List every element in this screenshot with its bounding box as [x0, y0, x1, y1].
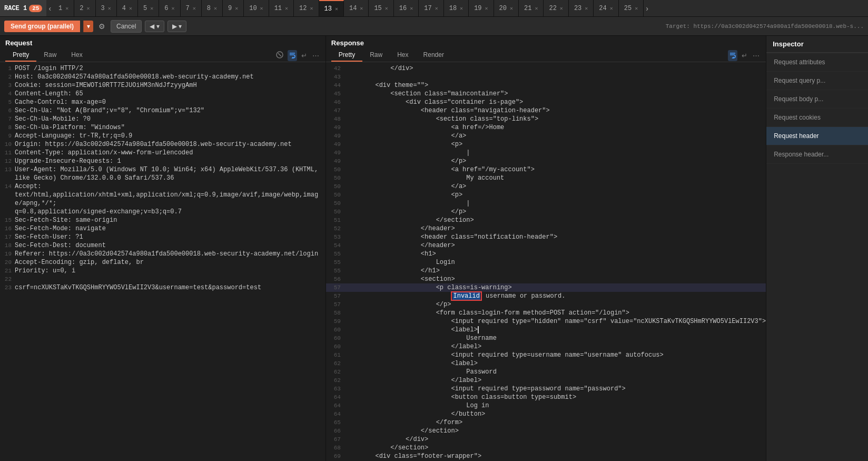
request-wrap-icon[interactable] — [288, 50, 297, 61]
inspector-request-body[interactable]: Request body p... — [766, 90, 868, 109]
response-tab-hex[interactable]: Hex — [390, 49, 416, 62]
tab-17[interactable]: 17✕ — [419, 0, 443, 16]
tab-5-close[interactable]: ✕ — [150, 5, 153, 12]
tab-13-close[interactable]: ✕ — [335, 6, 338, 12]
nav-prev-button[interactable]: ◀ ▾ — [145, 21, 164, 32]
tab-3[interactable]: 3✕ — [96, 0, 117, 16]
request-line: 4Content-Length: 65 — [0, 90, 326, 98]
response-line: 50 | — [326, 199, 766, 208]
request-tab-raw[interactable]: Raw — [36, 49, 64, 62]
tab-2-close[interactable]: ✕ — [87, 5, 90, 12]
tab-4-close[interactable]: ✕ — [129, 5, 132, 12]
tab-11[interactable]: 11✕ — [269, 0, 294, 16]
response-line: 59 <input required type="hidden" name="c… — [326, 317, 766, 326]
response-code-area[interactable]: 42 </div>4344 <div theme="">45 <section … — [326, 62, 766, 461]
settings-button[interactable]: ⚙ — [96, 20, 107, 33]
tab-24-close[interactable]: ✕ — [610, 5, 613, 12]
tab-6[interactable]: 6✕ — [159, 0, 180, 16]
tab-14[interactable]: 14✕ — [344, 0, 369, 16]
tab-22[interactable]: 22✕ — [544, 0, 568, 16]
tab-18-close[interactable]: ✕ — [460, 5, 463, 12]
main-layout: Request Pretty Raw Hex ↵ ⋯ 1POST /login … — [0, 36, 868, 461]
cancel-button[interactable]: Cancel — [111, 20, 142, 33]
request-line: 6Sec-Ch-Ua: "Not A(Brand";v="8", "Chromi… — [0, 106, 326, 115]
race-tab[interactable]: RACE 1 25 — [0, 0, 46, 16]
response-line: 44 <div theme=""> — [326, 81, 766, 90]
response-panel: Response Pretty Raw Hex Render ↵ ⋯ 42 </… — [326, 36, 766, 461]
request-line: 21Priority: u=0, i — [0, 267, 326, 275]
tab-8[interactable]: 8✕ — [202, 0, 223, 16]
response-line: 58 <form class=login-form method=POST ac… — [326, 309, 766, 317]
tab-7-close[interactable]: ✕ — [193, 5, 196, 12]
tab-2[interactable]: 2✕ — [74, 0, 95, 16]
tab-5[interactable]: 5✕ — [138, 0, 159, 16]
request-panel-header: Request — [0, 36, 326, 47]
request-tab-hex[interactable]: Hex — [64, 49, 90, 62]
response-more-icon[interactable]: ⋯ — [752, 51, 761, 61]
request-tab-pretty[interactable]: Pretty — [5, 49, 36, 62]
tab-24[interactable]: 24✕ — [594, 0, 618, 16]
tab-21[interactable]: 21✕ — [519, 0, 544, 16]
tab-10-close[interactable]: ✕ — [260, 5, 263, 12]
tab-16[interactable]: 16✕ — [394, 0, 419, 16]
inspector-request-header[interactable]: Request header — [766, 127, 868, 145]
tab-25-close[interactable]: ✕ — [635, 5, 638, 12]
response-newline-icon[interactable]: ↵ — [741, 51, 748, 61]
tab-17-close[interactable]: ✕ — [435, 5, 438, 12]
tab-3-close[interactable]: ✕ — [108, 5, 111, 12]
tab-20[interactable]: 20✕ — [494, 0, 519, 16]
tab-19[interactable]: 19✕ — [469, 0, 494, 16]
inspector-request-query[interactable]: Request query p... — [766, 72, 868, 90]
response-tab-pretty[interactable]: Pretty — [331, 49, 362, 62]
request-hide-icon[interactable] — [275, 50, 284, 61]
request-line: 15Sec-Fetch-Site: same-origin — [0, 216, 326, 224]
tab-10[interactable]: 10✕ — [244, 0, 269, 16]
tab-8-close[interactable]: ✕ — [214, 5, 217, 12]
tab-23[interactable]: 23✕ — [569, 0, 594, 16]
tab-22-close[interactable]: ✕ — [560, 5, 563, 12]
tab-19-close[interactable]: ✕ — [485, 5, 488, 12]
response-line: 50 </a> — [326, 182, 766, 191]
tab-16-close[interactable]: ✕ — [410, 5, 413, 12]
response-tab-render[interactable]: Render — [416, 49, 451, 62]
tab-4[interactable]: 4✕ — [117, 0, 138, 16]
request-more-icon[interactable]: ⋯ — [311, 51, 320, 61]
response-line: 50 <p> — [326, 191, 766, 199]
tab-15[interactable]: 15✕ — [369, 0, 393, 16]
inspector-response-header[interactable]: Response header... — [766, 145, 868, 164]
tab-13[interactable]: 13✕ — [319, 0, 344, 16]
nav-next-button[interactable]: ▶ ▾ — [167, 21, 186, 32]
tab-next-btn[interactable]: › — [644, 4, 650, 13]
response-line: 68 </section> — [326, 444, 766, 452]
response-line: 67 </div> — [326, 435, 766, 444]
tab-14-close[interactable]: ✕ — [360, 5, 363, 12]
request-title: Request — [5, 39, 32, 47]
tab-1[interactable]: 1✕ — [53, 0, 74, 16]
response-line: 62 </label> — [326, 376, 766, 385]
tab-1-close[interactable]: ✕ — [65, 5, 68, 12]
tab-12[interactable]: 12✕ — [294, 0, 319, 16]
send-group-dropdown-btn[interactable]: ▾ — [83, 21, 93, 32]
request-line: 13User-Agent: Mozilla/5.0 (Windows NT 10… — [0, 165, 326, 182]
response-tab-raw[interactable]: Raw — [362, 49, 390, 62]
inspector-request-attributes[interactable]: Request attributes — [766, 53, 868, 72]
request-code-area[interactable]: 1POST /login HTTP/22Host: 0a3c002d042574… — [0, 62, 326, 461]
tab-9[interactable]: 9✕ — [223, 0, 244, 16]
response-line: 49 </a> — [326, 132, 766, 140]
tab-15-close[interactable]: ✕ — [385, 5, 388, 12]
tab-23-close[interactable]: ✕ — [585, 5, 588, 12]
tab-7[interactable]: 7✕ — [181, 0, 202, 16]
tab-prev-btn[interactable]: ‹ — [46, 4, 53, 13]
inspector-request-cookies[interactable]: Request cookies — [766, 109, 868, 127]
tab-18[interactable]: 18✕ — [444, 0, 469, 16]
tab-21-close[interactable]: ✕ — [535, 5, 538, 12]
tab-6-close[interactable]: ✕ — [171, 5, 174, 12]
request-newline-icon[interactable]: ↵ — [300, 51, 308, 61]
tab-25[interactable]: 25✕ — [619, 0, 644, 16]
tab-9-close[interactable]: ✕ — [235, 5, 238, 12]
send-group-button[interactable]: Send group (parallel) — [4, 21, 80, 32]
tab-20-close[interactable]: ✕ — [510, 5, 513, 12]
response-wrap-icon[interactable] — [728, 50, 737, 61]
tab-11-close[interactable]: ✕ — [285, 5, 288, 12]
tab-12-close[interactable]: ✕ — [310, 5, 313, 12]
